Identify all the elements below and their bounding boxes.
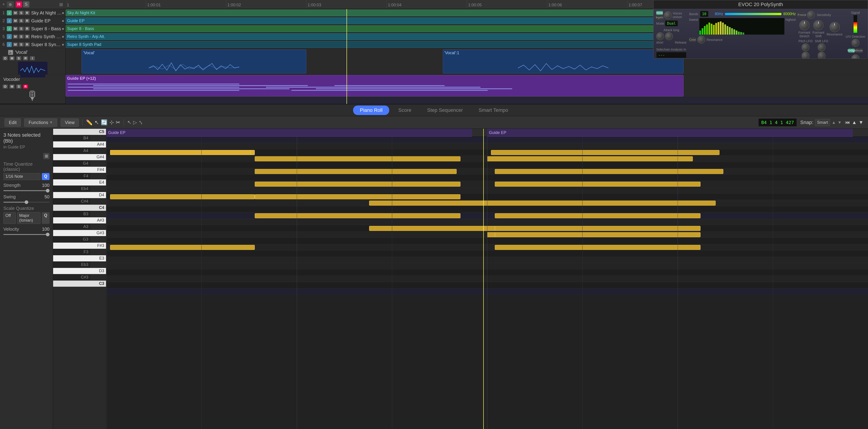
pb-btn-1[interactable]: ⏮	[845, 120, 850, 125]
mute-btn-6[interactable]: M	[13, 42, 18, 46]
key-gs4[interactable]: G#4	[53, 154, 106, 160]
solo-btn-3[interactable]: S	[19, 27, 24, 31]
scissors-icon[interactable]: ✂	[116, 119, 120, 126]
rec-btn-1[interactable]: R	[25, 11, 30, 15]
strength-thumb[interactable]	[46, 189, 50, 193]
new-region-btn[interactable]: ⊞	[43, 153, 50, 159]
track-settings-3[interactable]: ●	[62, 26, 64, 31]
solo-btn-6[interactable]: S	[19, 42, 24, 46]
swing-thumb[interactable]	[25, 200, 28, 204]
key-f3[interactable]: F3	[53, 249, 90, 255]
evoc-n-syn-btn[interactable]: N+Syn	[848, 48, 855, 53]
rec-btn-6[interactable]: R	[25, 42, 30, 46]
vocoder-s-btn[interactable]: S	[16, 85, 21, 89]
scale-type-select[interactable]: Major (Ionian)	[17, 212, 40, 224]
vocoder-m-btn[interactable]: M	[9, 85, 14, 89]
pb-btn-2[interactable]: ▲	[852, 120, 857, 125]
track-settings-2[interactable]: ●	[62, 19, 64, 23]
cursor-icon[interactable]: ↖	[127, 120, 131, 125]
pr-note-21[interactable]	[110, 245, 255, 250]
pr-note-5[interactable]	[255, 169, 457, 174]
key-cs4[interactable]: C#4	[53, 198, 90, 205]
vocal-r-btn[interactable]: R	[23, 56, 28, 60]
solo-btn[interactable]: S	[23, 1, 29, 7]
key-e4[interactable]: E4	[53, 179, 106, 186]
evoc-voices-knob[interactable]	[664, 11, 672, 19]
pr-note-6[interactable]	[495, 169, 723, 174]
mute-btn-2[interactable]: M	[13, 19, 18, 23]
key-fs3[interactable]: F#3	[53, 243, 106, 249]
vocal-i-btn[interactable]: I	[30, 56, 35, 60]
evoc-mode-btn2[interactable]: Mode	[856, 48, 863, 53]
evoc-legato-btn[interactable]: legato	[656, 15, 663, 20]
pr-note-11[interactable]	[110, 194, 255, 199]
key-cs3[interactable]: C#3	[53, 274, 90, 280]
key-c3[interactable]: C3	[53, 280, 106, 287]
marquee-icon[interactable]: ⊹	[110, 119, 114, 126]
pr-note-22[interactable]	[495, 245, 701, 250]
key-fs4[interactable]: F#4	[53, 167, 106, 173]
key-g3[interactable]: G3	[53, 236, 90, 243]
note-value-select[interactable]: 1/16 Note	[3, 173, 40, 180]
key-c5[interactable]: C5	[53, 129, 106, 135]
rec-btn[interactable]: H	[16, 1, 22, 7]
rec-btn-5[interactable]: R	[25, 35, 30, 39]
clip-guide-ep-1[interactable]: Guide EP	[66, 18, 668, 24]
tab-step-sequencer[interactable]: Step Sequencer	[421, 105, 470, 115]
snap-select[interactable]: Smart	[815, 119, 830, 126]
evoc-pitch-lfo-knob2[interactable]	[802, 52, 809, 59]
evoc-mono-btn[interactable]: mono	[656, 11, 663, 15]
evoc-pitch-lfo-knob1[interactable]	[802, 43, 809, 51]
key-eb3[interactable]: Eb3	[53, 262, 90, 268]
snap-down-arrow[interactable]: ▼	[838, 120, 842, 125]
key-gs3[interactable]: G#3	[53, 230, 106, 236]
tool-icon-3[interactable]: ⤣	[139, 120, 143, 125]
rec-btn-2[interactable]: R	[25, 19, 30, 23]
pr-note-8[interactable]	[491, 150, 719, 155]
vocal-m-btn[interactable]: M	[9, 56, 14, 60]
evoc-resonance-knob[interactable]	[698, 36, 705, 43]
evoc-freeze-btn[interactable]: Freeze	[798, 13, 805, 17]
velocity-thumb[interactable]	[46, 233, 50, 236]
view-btn[interactable]: View	[61, 119, 79, 127]
pr-note-18[interactable]	[495, 226, 701, 231]
clip-sky-at-night[interactable]: Sky At Night Kit	[66, 9, 668, 16]
evoc-resonance-knob2[interactable]	[830, 22, 840, 32]
pr-note-7[interactable]	[110, 150, 251, 155]
key-a4[interactable]: A4	[53, 148, 90, 154]
mute-btn-1[interactable]: M	[13, 11, 18, 15]
key-g4[interactable]: G4	[53, 160, 90, 167]
pr-note-2[interactable]	[255, 156, 460, 161]
pr-note-10[interactable]	[495, 182, 701, 187]
loop-icon[interactable]: 🔄	[101, 119, 107, 126]
velocity-slider[interactable]	[3, 234, 50, 235]
add-track-btn[interactable]: ⊕	[7, 1, 14, 8]
key-d4[interactable]: D4	[53, 192, 106, 198]
key-bb4[interactable]: A#4	[53, 141, 106, 148]
evoc-uv-knob[interactable]	[851, 39, 860, 47]
evoc-shift-lfo-knob1[interactable]	[817, 43, 826, 51]
edit-btn[interactable]: Edit	[4, 119, 21, 127]
key-d3[interactable]: D3	[53, 268, 106, 274]
evoc-shift-lfo-knob2[interactable]	[817, 52, 826, 59]
q-btn[interactable]: Q	[42, 173, 50, 180]
snap-up-arrow[interactable]: ▲	[832, 120, 836, 125]
evoc-color-btn[interactable]: Color	[689, 38, 696, 42]
scale-off-select[interactable]: Off	[3, 212, 16, 224]
arrow-icon[interactable]: ↖	[94, 119, 99, 126]
scale-q-btn[interactable]: Q	[42, 212, 50, 224]
evoc-release-knob[interactable]	[665, 32, 673, 40]
tool-icon-2[interactable]: ▷	[133, 120, 137, 125]
key-a3[interactable]: A3	[53, 224, 90, 230]
key-b3[interactable]: B3	[53, 211, 90, 217]
vocal-clip-2[interactable]: 'Vocal':1	[443, 50, 684, 73]
tab-piano-roll[interactable]: Piano Roll	[353, 105, 389, 115]
key-c4[interactable]: C4	[53, 205, 106, 211]
track-settings-1[interactable]: ●	[62, 11, 64, 15]
evoc-ensemble-knob[interactable]	[851, 55, 860, 59]
vocoder-o-btn[interactable]: O	[3, 85, 8, 89]
evoc-formant-stretch-knob[interactable]	[799, 20, 809, 30]
evoc-attack-knob[interactable]	[656, 32, 664, 40]
pr-note-3[interactable]	[487, 156, 693, 161]
evoc-formant-shift-knob[interactable]	[813, 20, 824, 30]
